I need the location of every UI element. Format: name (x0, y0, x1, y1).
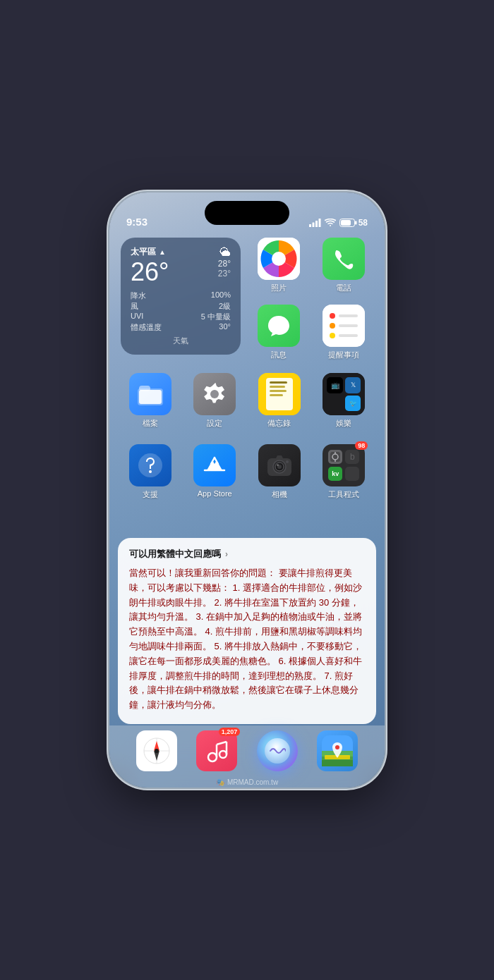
maps-icon (322, 735, 353, 766)
battery-icon (339, 219, 357, 227)
app-messages[interactable]: 訊息 (249, 305, 308, 360)
app-camera[interactable]: 相機 (250, 444, 309, 500)
battery-pct: 58 (359, 218, 368, 228)
svg-rect-0 (309, 224, 311, 227)
music-icon (203, 737, 230, 764)
dock-safari[interactable] (136, 730, 177, 771)
app-grid-row3: 支援 App Store (109, 440, 385, 500)
app-photos[interactable]: 照片 (249, 238, 308, 293)
tools-label: 工具程式 (328, 489, 359, 500)
svg-point-33 (219, 751, 227, 758)
app-reminders[interactable]: 提醒事項 (314, 305, 373, 360)
app-entertainment[interactable]: 📺 𝕏 🐦 娛樂 (315, 373, 374, 429)
siri-header: 可以用繁體中文回應嗎 › (129, 548, 365, 561)
app-appstore[interactable]: App Store (186, 444, 245, 500)
battery-indicator: 58 (339, 218, 368, 228)
files-icon-svg (138, 383, 163, 405)
svg-point-13 (210, 390, 219, 398)
svg-line-35 (217, 742, 227, 745)
wifi-icon (325, 219, 336, 227)
status-time: 9:53 (126, 216, 147, 228)
messages-label: 訊息 (271, 350, 287, 360)
weather-widget[interactable]: 太平區 ▲ 26° 🌥 28° 23° (121, 238, 241, 355)
reminders-label: 提醒事項 (328, 350, 359, 360)
svg-point-20 (277, 464, 279, 466)
notes-label: 備忘錄 (267, 418, 291, 429)
app-support[interactable]: 支援 (121, 444, 180, 500)
weather-temp: 26° (131, 258, 169, 286)
svg-rect-1 (312, 223, 314, 228)
home-content: 太平區 ▲ 26° 🌥 28° 23° (109, 232, 385, 788)
phone-icon (332, 247, 355, 270)
phone-frame: 9:53 (109, 192, 385, 788)
svg-rect-2 (315, 221, 318, 227)
music-badge: 1,207 (219, 728, 241, 736)
weather-location: 太平區 ▲ (131, 246, 169, 258)
dynamic-island (205, 201, 289, 225)
messages-icon (266, 313, 291, 338)
tools-badge: 98 (355, 441, 368, 450)
svg-rect-6 (341, 220, 351, 226)
appstore-icon-svg (201, 452, 228, 479)
appstore-label: App Store (198, 489, 232, 498)
camera-label: 相機 (272, 489, 287, 500)
safari-icon (141, 735, 172, 766)
siri-content: 當然可以！讓我重新回答你的問題： 要讓牛排煎得更美味，可以考慮以下幾點： 1. … (129, 566, 365, 713)
support-icon-svg (137, 452, 164, 479)
dock-music[interactable]: 1,207 (196, 730, 237, 771)
files-label: 檔案 (143, 418, 158, 429)
watermark: 🎭 MRMAD.com.tw (216, 778, 278, 788)
siri-panel: 可以用繁體中文回應嗎 › 當然可以！讓我重新回答你的問題： 要讓牛排煎得更美味，… (118, 538, 376, 724)
temp-low: 23° (218, 269, 231, 278)
app-settings[interactable]: 設定 (186, 373, 245, 429)
siri-wave-icon (269, 742, 286, 759)
photos-icon (258, 238, 300, 280)
camera-icon-svg (266, 453, 293, 477)
temp-high: 28° (218, 259, 231, 269)
svg-rect-41 (322, 760, 353, 766)
dock-maps[interactable] (317, 730, 358, 771)
app-notes[interactable]: 備忘錄 (250, 373, 309, 429)
chevron-right-icon: › (225, 549, 228, 559)
svg-rect-3 (318, 219, 320, 227)
status-right: 58 (309, 218, 368, 228)
settings-icon-svg (202, 381, 227, 407)
svg-rect-5 (355, 221, 357, 225)
settings-label: 設定 (207, 418, 222, 429)
tools-sub-icon1 (330, 451, 341, 463)
support-label: 支援 (143, 489, 158, 500)
svg-rect-12 (139, 390, 162, 404)
phone-label: 電話 (336, 283, 351, 293)
app-grid-row2: 檔案 設定 (109, 369, 385, 429)
entertainment-label: 娛樂 (336, 418, 351, 429)
svg-point-43 (335, 745, 339, 749)
svg-point-31 (155, 749, 159, 753)
svg-point-32 (208, 753, 217, 761)
svg-point-19 (286, 460, 289, 463)
signal-icon (309, 219, 321, 227)
widgets-row: 太平區 ▲ 26° 🌥 28° 23° (109, 232, 385, 363)
dock-siri[interactable] (257, 730, 298, 771)
svg-point-9 (272, 252, 286, 266)
app-files[interactable]: 檔案 (121, 373, 180, 429)
svg-point-14 (149, 470, 152, 473)
cloud-icon: 🌥 (219, 246, 231, 259)
weather-app-label: 天氣 (131, 336, 231, 346)
app-tools[interactable]: 98 b (315, 444, 374, 500)
app-phone[interactable]: 電話 (314, 238, 373, 293)
photos-label: 照片 (271, 283, 287, 293)
